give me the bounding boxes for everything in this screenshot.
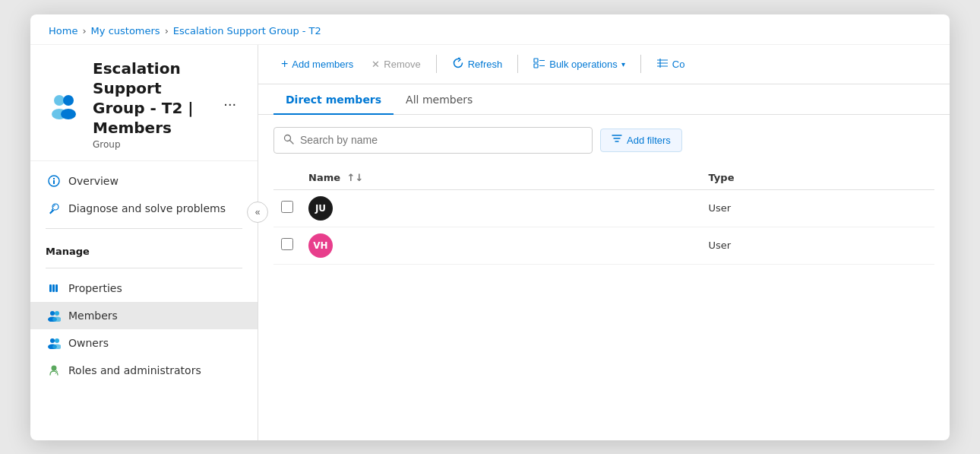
- bulk-chevron-icon: ▾: [621, 60, 625, 68]
- row1-avatar: JU: [308, 196, 333, 221]
- sidebar-label-diagnose: Diagnose and solve problems: [68, 202, 226, 214]
- breadcrumb: Home › My customers › Escalation Support…: [30, 14, 950, 45]
- sidebar-nav: Overview Diagnose and solve problems Man…: [30, 161, 258, 440]
- toolbar-divider-3: [640, 55, 641, 73]
- name-header-label: Name: [308, 172, 340, 183]
- owners-icon: [47, 336, 61, 350]
- more-options-button[interactable]: ···: [217, 92, 242, 116]
- row2-avatar: VH: [308, 233, 333, 258]
- page-header-text: Escalation Support Group - T2 | Members …: [93, 59, 207, 150]
- collapse-sidebar-button[interactable]: «: [247, 202, 268, 223]
- svg-point-14: [50, 338, 55, 343]
- search-row: Add filters: [273, 127, 934, 154]
- add-filters-label: Add filters: [627, 135, 671, 146]
- content-area: + Add members ✕ Remove: [258, 45, 950, 440]
- svg-line-28: [290, 140, 294, 144]
- add-filters-button[interactable]: Add filters: [600, 129, 682, 152]
- bulk-operations-button[interactable]: Bulk operations ▾: [526, 53, 633, 75]
- search-input[interactable]: [300, 134, 583, 146]
- bulk-icon: [533, 58, 545, 71]
- tabs-row: Direct members All members: [258, 84, 950, 115]
- wrench-icon: [47, 202, 61, 215]
- row1-name-content: JU: [308, 196, 694, 221]
- app-window: Home › My customers › Escalation Support…: [30, 14, 950, 440]
- row2-name-content: VH: [308, 233, 694, 258]
- filter-icon: [612, 135, 622, 146]
- toolbar-divider-1: [436, 55, 437, 73]
- sidebar-label-properties: Properties: [68, 282, 122, 294]
- sidebar-label-roles: Roles and administrators: [68, 364, 201, 376]
- tab-all-label: All members: [406, 94, 473, 106]
- svg-point-0: [54, 95, 65, 106]
- manage-section-label: Manage: [30, 235, 258, 262]
- remove-label: Remove: [384, 59, 420, 70]
- sidebar-item-diagnose[interactable]: Diagnose and solve problems: [30, 195, 258, 222]
- search-box[interactable]: [273, 127, 593, 154]
- svg-rect-9: [55, 284, 58, 292]
- row1-checkbox-cell: [273, 189, 301, 227]
- row1-initials: JU: [315, 203, 326, 214]
- select-all-header: [273, 166, 301, 190]
- members-table: Name ↑↓ Type: [273, 166, 934, 265]
- refresh-button[interactable]: Refresh: [444, 52, 511, 76]
- columns-button[interactable]: Co: [649, 53, 693, 75]
- refresh-icon: [452, 57, 464, 71]
- type-column-header: Type: [701, 166, 934, 190]
- row1-checkbox[interactable]: [281, 201, 293, 213]
- toolbar: + Add members ✕ Remove: [258, 45, 950, 84]
- row1-name-cell: JU: [301, 189, 701, 227]
- page-title: Escalation Support Group - T2 | Members: [93, 59, 207, 138]
- svg-rect-8: [52, 284, 55, 292]
- row1-type: User: [709, 202, 732, 214]
- x-icon: ✕: [371, 59, 380, 70]
- search-icon: [283, 133, 294, 148]
- tab-direct-members[interactable]: Direct members: [273, 84, 394, 115]
- main-body: Escalation Support Group - T2 | Members …: [30, 45, 950, 440]
- svg-point-18: [52, 365, 57, 370]
- svg-point-3: [61, 109, 76, 119]
- breadcrumb-sep2: ›: [165, 25, 169, 37]
- row2-name-cell: VH: [301, 227, 701, 264]
- row2-type: User: [709, 240, 732, 251]
- name-column-header[interactable]: Name ↑↓: [301, 166, 701, 190]
- bulk-operations-label: Bulk operations: [549, 59, 618, 70]
- sidebar-item-properties[interactable]: Properties: [30, 275, 258, 302]
- svg-rect-20: [534, 64, 538, 68]
- type-header-label: Type: [709, 172, 735, 183]
- sidebar-item-members[interactable]: Members: [30, 302, 258, 329]
- table-row: JU User: [273, 189, 934, 227]
- tab-all-members[interactable]: All members: [394, 84, 485, 115]
- breadcrumb-home[interactable]: Home: [49, 25, 77, 37]
- breadcrumb-sep1: ›: [82, 25, 86, 37]
- plus-icon: +: [281, 57, 288, 71]
- breadcrumb-current: Escalation Support Group - T2: [173, 25, 321, 37]
- members-icon: [47, 309, 61, 322]
- columns-icon: [656, 58, 669, 71]
- sidebar-label-overview: Overview: [68, 175, 119, 187]
- sort-icon: ↑↓: [347, 172, 364, 183]
- table-row: VH User: [273, 227, 934, 264]
- svg-point-10: [50, 311, 55, 316]
- svg-rect-5: [53, 180, 55, 184]
- svg-rect-19: [534, 59, 538, 62]
- info-icon: [47, 174, 61, 188]
- add-members-button[interactable]: + Add members: [273, 52, 361, 75]
- sidebar: Escalation Support Group - T2 | Members …: [30, 45, 258, 440]
- page-subtitle: Group: [93, 139, 207, 150]
- bars-icon: [47, 281, 61, 295]
- sidebar-item-roles[interactable]: Roles and administrators: [30, 357, 258, 384]
- row2-checkbox[interactable]: [281, 238, 293, 250]
- breadcrumb-my-customers[interactable]: My customers: [91, 25, 160, 37]
- svg-point-11: [55, 311, 59, 316]
- page-header: Escalation Support Group - T2 | Members …: [30, 45, 258, 161]
- sidebar-item-owners[interactable]: Owners: [30, 329, 258, 357]
- roles-icon: [47, 364, 61, 377]
- toolbar-divider-2: [517, 55, 518, 73]
- sidebar-item-overview[interactable]: Overview: [30, 167, 258, 195]
- remove-button[interactable]: ✕ Remove: [364, 54, 428, 75]
- refresh-label: Refresh: [468, 59, 503, 70]
- row2-initials: VH: [313, 240, 327, 251]
- columns-label: Co: [672, 59, 685, 70]
- add-members-label: Add members: [292, 59, 353, 70]
- svg-point-15: [55, 338, 59, 343]
